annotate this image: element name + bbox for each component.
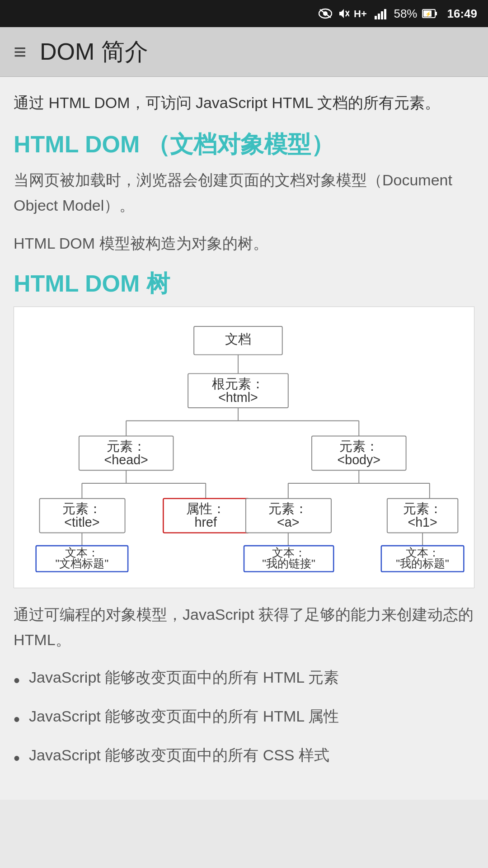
list-item: • JavaScript 能够改变页面中的所有 HTML 元素 bbox=[14, 665, 474, 695]
svg-text:元素：: 元素： bbox=[62, 501, 102, 516]
menu-icon[interactable]: ≡ bbox=[14, 41, 26, 63]
list-item: • JavaScript 能够改变页面中的所有 HTML 属性 bbox=[14, 704, 474, 734]
svg-rect-9 bbox=[384, 9, 386, 19]
dom-tree-svg: 文档 根元素： <html> 元素： <head> 元素： <body> bbox=[23, 321, 465, 574]
svg-text:属性：: 属性： bbox=[186, 501, 225, 516]
svg-rect-8 bbox=[381, 11, 383, 19]
after-diagram-text: 通过可编程的对象模型，JavaScript 获得了足够的能力来创建动态的 HTM… bbox=[14, 602, 474, 652]
status-bar: H+ 58% ⚡ 16:49 bbox=[0, 0, 488, 27]
section2-heading: HTML DOM 树 bbox=[14, 269, 474, 299]
dom-tree-diagram: 文档 根元素： <html> 元素： <head> 元素： <body> bbox=[14, 307, 474, 588]
bullet-1: • bbox=[14, 666, 20, 695]
svg-text:<title>: <title> bbox=[64, 515, 99, 529]
status-icons: H+ 58% ⚡ bbox=[319, 7, 437, 21]
svg-text:<head>: <head> bbox=[104, 453, 148, 467]
list-item: • JavaScript 能够改变页面中的所有 CSS 样式 bbox=[14, 743, 474, 773]
svg-text:元素：: 元素： bbox=[107, 439, 146, 453]
battery-percent: 58% bbox=[394, 7, 417, 21]
svg-text:元素：: 元素： bbox=[339, 439, 379, 453]
svg-text:文本：: 文本： bbox=[65, 546, 99, 558]
list-item-3-text: JavaScript 能够改变页面中的所有 CSS 样式 bbox=[29, 743, 329, 767]
status-time: 16:49 bbox=[447, 7, 478, 21]
toolbar: ≡ DOM 简介 bbox=[0, 27, 488, 77]
svg-text:⚡: ⚡ bbox=[425, 11, 432, 17]
svg-text:H+: H+ bbox=[354, 8, 367, 19]
bullet-2: • bbox=[14, 705, 20, 734]
svg-rect-6 bbox=[375, 16, 377, 19]
eye-icon bbox=[319, 8, 332, 19]
page-title: DOM 简介 bbox=[40, 36, 148, 68]
svg-text:元素：: 元素： bbox=[268, 501, 308, 516]
svg-text:文档: 文档 bbox=[225, 332, 251, 346]
battery-icon: ⚡ bbox=[422, 9, 437, 19]
hplus-icon: H+ bbox=[354, 7, 370, 20]
section1-plain: HTML DOM 模型被构造为对象的树。 bbox=[14, 231, 474, 256]
svg-text:文本：: 文本： bbox=[406, 546, 440, 558]
mute-icon bbox=[337, 7, 349, 20]
list-section: • JavaScript 能够改变页面中的所有 HTML 元素 • JavaSc… bbox=[14, 665, 474, 773]
svg-text:<body>: <body> bbox=[337, 453, 380, 467]
svg-line-2 bbox=[320, 9, 331, 18]
svg-text:<html>: <html> bbox=[218, 390, 258, 405]
svg-text:文本：: 文本： bbox=[272, 546, 306, 558]
svg-text:"我的链接": "我的链接" bbox=[262, 557, 315, 570]
svg-rect-7 bbox=[378, 14, 380, 19]
section1-heading: HTML DOM （文档对象模型） bbox=[14, 129, 474, 160]
content-area: 通过 HTML DOM，可访问 JavaScript HTML 文档的所有元素。… bbox=[0, 77, 488, 800]
svg-text:<a>: <a> bbox=[277, 515, 299, 529]
svg-text:<h1>: <h1> bbox=[408, 515, 437, 529]
list-item-2-text: JavaScript 能够改变页面中的所有 HTML 属性 bbox=[29, 704, 339, 728]
svg-text:元素：: 元素： bbox=[403, 501, 442, 516]
signal-icon bbox=[375, 8, 389, 19]
svg-text:"我的标题": "我的标题" bbox=[396, 557, 449, 570]
svg-text:"文档标题": "文档标题" bbox=[56, 557, 109, 570]
section1-desc: 当网页被加载时，浏览器会创建页面的文档对象模型（Document Object … bbox=[14, 167, 474, 218]
bullet-3: • bbox=[14, 744, 20, 773]
list-item-1-text: JavaScript 能够改变页面中的所有 HTML 元素 bbox=[29, 665, 339, 689]
intro-text: 通过 HTML DOM，可访问 JavaScript HTML 文档的所有元素。 bbox=[14, 90, 474, 115]
svg-rect-12 bbox=[435, 12, 437, 15]
svg-text:根元素：: 根元素： bbox=[212, 377, 264, 391]
svg-text:href: href bbox=[195, 515, 217, 529]
